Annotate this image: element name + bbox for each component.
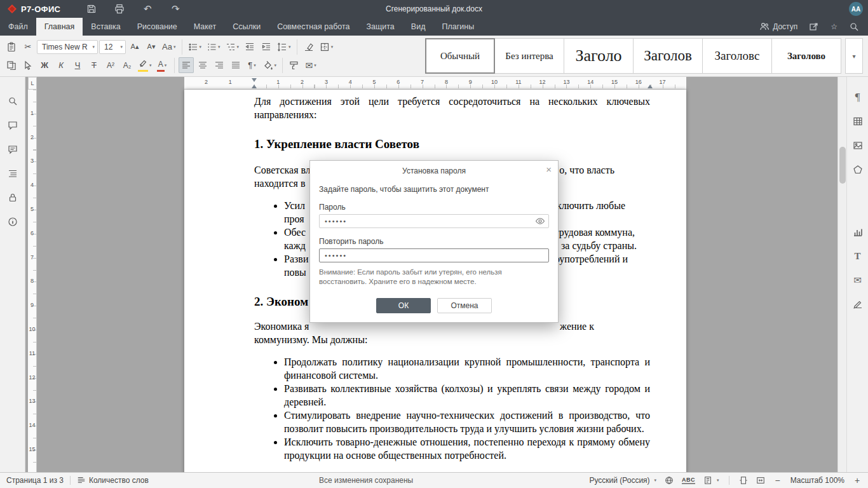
first-line-indent-marker[interactable] <box>252 78 257 82</box>
print-icon[interactable] <box>114 3 125 15</box>
style-no-spacing[interactable]: Без интерва <box>494 38 564 74</box>
chevron-down-icon: ▾ <box>120 44 123 50</box>
page-indicator[interactable]: Страница 1 из 3 <box>6 476 64 485</box>
tab-draw[interactable]: Рисование <box>129 18 186 36</box>
tab-view[interactable]: Вид <box>403 18 434 36</box>
line-spacing-icon[interactable]: ▾ <box>275 39 293 55</box>
change-case-button[interactable]: Аа▾ <box>160 39 178 55</box>
tab-insert[interactable]: Вставка <box>83 18 128 36</box>
password-input[interactable] <box>319 214 549 228</box>
align-left-button[interactable] <box>179 57 194 73</box>
text-art-settings-icon[interactable]: Т <box>850 248 865 264</box>
tab-collaboration[interactable]: Совместная работа <box>269 18 358 36</box>
nonprinting-characters-button[interactable]: ¶▾ <box>245 57 260 73</box>
font-name-select[interactable]: Times New R▾ <box>37 40 98 54</box>
font-color-button[interactable]: А ▾ <box>155 57 170 73</box>
italic-button[interactable]: К <box>53 57 69 73</box>
search-icon[interactable] <box>849 22 859 32</box>
right-indent-marker[interactable] <box>648 85 653 88</box>
underline-button[interactable]: Ч <box>70 57 85 73</box>
fit-page-icon[interactable] <box>739 476 748 485</box>
zoom-level[interactable]: Масштаб 100% <box>790 476 844 485</box>
tab-protection[interactable]: Защита <box>358 18 403 36</box>
language-select[interactable]: Русский (Россия)▾ <box>589 476 656 485</box>
tab-layout[interactable]: Макет <box>186 18 224 36</box>
fit-width-icon[interactable] <box>756 476 765 485</box>
font-size-select[interactable]: 12▾ <box>99 40 126 54</box>
navigation-headings-icon[interactable] <box>5 166 20 181</box>
favorite-star-icon[interactable]: ☆ <box>831 23 837 30</box>
strikethrough-button[interactable]: Т <box>86 57 102 73</box>
increase-indent-icon[interactable] <box>259 39 274 55</box>
decrease-font-button[interactable]: А▾ <box>144 39 159 55</box>
style-heading-1[interactable]: Заголо <box>564 38 634 74</box>
shape-settings-icon[interactable] <box>850 162 865 177</box>
image-settings-icon[interactable] <box>850 138 865 153</box>
style-heading-4[interactable]: Заголово <box>771 38 841 74</box>
tab-file[interactable]: Файл <box>0 18 36 36</box>
cut-icon[interactable]: ✂ <box>20 39 36 55</box>
mail-merge-icon[interactable]: ✉▾ <box>303 57 318 73</box>
about-info-icon[interactable] <box>5 214 20 229</box>
chat-icon[interactable] <box>5 142 20 157</box>
style-gallery-expand-button[interactable]: ▾ <box>845 38 863 74</box>
tab-plugins[interactable]: Плагины <box>433 18 482 36</box>
protection-lock-icon[interactable] <box>5 190 20 205</box>
select-all-icon[interactable] <box>20 57 36 73</box>
zoom-out-button[interactable]: − <box>773 475 782 485</box>
spellcheck-button[interactable]: ABC <box>682 477 695 484</box>
tab-selector[interactable]: L <box>28 77 37 90</box>
search-icon[interactable] <box>5 93 20 109</box>
zoom-in-button[interactable]: + <box>853 475 862 485</box>
scrollbar-thumb[interactable] <box>839 147 846 184</box>
align-center-button[interactable] <box>195 57 210 73</box>
bold-button[interactable]: Ж <box>37 57 52 73</box>
style-heading-2[interactable]: Заголов <box>633 38 703 74</box>
redo-icon[interactable]: ↷ <box>170 3 181 15</box>
ok-button[interactable]: ОК <box>376 298 431 313</box>
paste-icon[interactable] <box>4 39 19 55</box>
clear-formatting-icon[interactable] <box>301 39 316 55</box>
word-count-button[interactable]: Количество слов <box>77 476 149 485</box>
chart-settings-icon[interactable] <box>850 224 865 240</box>
align-justify-button[interactable] <box>228 57 243 73</box>
subscript-button[interactable]: А₂ <box>119 57 135 73</box>
close-icon[interactable]: × <box>546 165 552 174</box>
tab-references[interactable]: Ссылки <box>224 18 269 36</box>
cancel-button[interactable]: Отмена <box>437 298 492 313</box>
review-display-mode-button[interactable]: ▾ <box>703 476 719 485</box>
vertical-scrollbar[interactable] <box>837 77 846 472</box>
mail-merge-settings-icon[interactable]: ✉ <box>850 273 865 288</box>
numbered-list-icon[interactable]: ▾ <box>205 39 222 55</box>
increase-font-button[interactable]: А▴ <box>127 39 142 55</box>
open-file-location-icon[interactable] <box>809 22 819 32</box>
undo-icon[interactable]: ↶ <box>142 3 153 15</box>
show-password-eye-icon[interactable] <box>535 216 545 226</box>
decrease-indent-icon[interactable] <box>242 39 257 55</box>
h-ruler[interactable]: 211234567891011121314151617 <box>184 77 686 90</box>
v-ruler[interactable]: 123456789101112131415 <box>28 90 37 472</box>
style-normal[interactable]: Обычный <box>425 38 495 74</box>
share-access-button[interactable]: Доступ <box>759 22 797 32</box>
paragraph-settings-icon[interactable]: ¶ <box>850 90 865 105</box>
left-indent-marker[interactable] <box>252 85 257 88</box>
user-avatar[interactable]: АА <box>849 2 863 16</box>
tab-home[interactable]: Главная <box>36 18 83 36</box>
superscript-button[interactable]: А² <box>103 57 118 73</box>
highlight-color-button[interactable]: ▾ <box>136 57 154 73</box>
multilevel-list-icon[interactable]: ▾ <box>224 39 241 55</box>
copy-style-icon[interactable] <box>287 57 302 73</box>
bullet-list-icon[interactable]: ▾ <box>186 39 204 55</box>
style-heading-3[interactable]: Заголовс <box>702 38 772 74</box>
shading-button[interactable]: ▾ <box>261 57 279 73</box>
set-language-globe-icon[interactable] <box>665 476 674 485</box>
copy-icon[interactable] <box>4 57 19 73</box>
borders-icon[interactable]: ▾ <box>318 39 336 55</box>
dialog-header[interactable]: Установка пароля × <box>310 161 558 181</box>
signature-settings-icon[interactable] <box>850 297 865 312</box>
table-settings-icon[interactable] <box>850 114 865 129</box>
comments-icon[interactable] <box>5 118 20 133</box>
align-right-button[interactable] <box>212 57 227 73</box>
save-icon[interactable] <box>86 3 97 15</box>
repeat-password-input[interactable] <box>319 248 549 262</box>
